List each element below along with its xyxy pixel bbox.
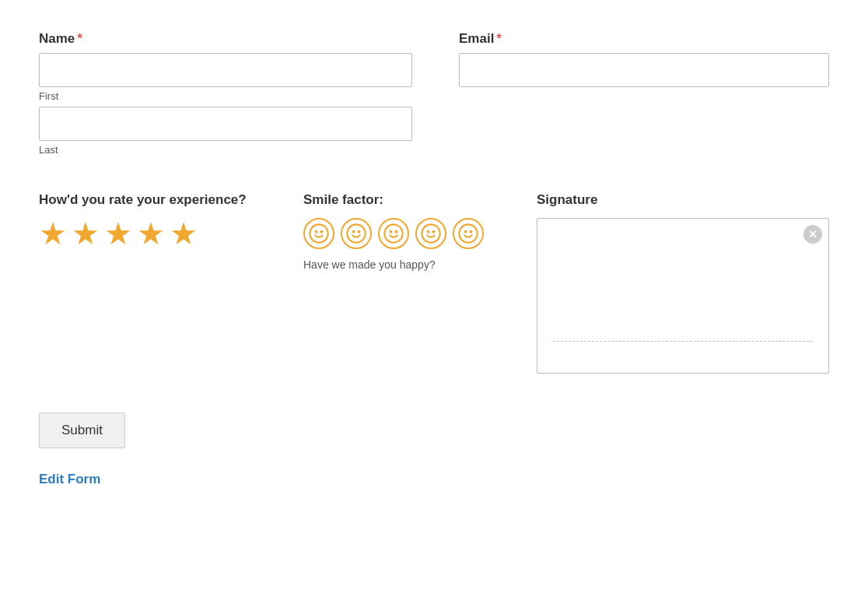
email-label: Email* [459, 31, 829, 47]
name-first-sublabel: First [39, 90, 412, 102]
signature-label: Signature [537, 191, 829, 209]
signature-group: Signature ✕ [537, 191, 829, 374]
star-5[interactable]: ★ [170, 218, 198, 249]
form-container: Name* First Last Email* How'd you rate y… [39, 31, 829, 487]
signature-clear-button[interactable]: ✕ [803, 225, 822, 244]
smile-label: Smile factor: [303, 191, 506, 209]
svg-point-4 [353, 231, 355, 233]
svg-point-0 [310, 224, 327, 242]
svg-point-7 [390, 231, 392, 233]
smile-group: Smile factor: [303, 191, 506, 271]
name-label: Name* [39, 31, 412, 47]
email-input[interactable] [459, 53, 829, 87]
smile-4[interactable] [415, 218, 446, 249]
star-2[interactable]: ★ [72, 218, 100, 249]
email-field-group: Email* [459, 31, 829, 160]
svg-point-2 [321, 231, 323, 233]
signature-box[interactable]: ✕ [537, 218, 829, 374]
svg-point-9 [422, 224, 439, 242]
name-last-input[interactable] [39, 107, 412, 141]
submit-button[interactable]: Submit [39, 413, 125, 448]
smiles-row [303, 218, 506, 249]
smile-caption: Have we made you happy? [303, 258, 506, 271]
signature-line [553, 341, 813, 342]
name-first-input[interactable] [39, 53, 412, 87]
name-field-group: Name* First Last [39, 31, 412, 160]
svg-point-6 [384, 224, 402, 242]
rating-label: How'd you rate your experience? [39, 191, 272, 209]
clear-icon: ✕ [808, 229, 817, 240]
smile-5[interactable] [453, 218, 484, 249]
email-required-star: * [496, 31, 502, 46]
svg-point-5 [359, 231, 360, 233]
name-required-star: * [77, 31, 82, 46]
stars-row[interactable]: ★ ★ ★ ★ ★ [39, 218, 272, 249]
middle-row: How'd you rate your experience? ★ ★ ★ ★ … [39, 191, 829, 374]
edit-form-link[interactable]: Edit Form [39, 472, 100, 486]
rating-group: How'd you rate your experience? ★ ★ ★ ★ … [39, 191, 272, 249]
star-3[interactable]: ★ [104, 218, 132, 249]
svg-point-14 [471, 231, 472, 233]
smile-3[interactable] [378, 218, 409, 249]
smile-2[interactable] [341, 218, 372, 249]
svg-point-10 [428, 231, 429, 233]
smile-1[interactable] [303, 218, 334, 249]
svg-point-12 [459, 224, 477, 242]
svg-point-13 [465, 231, 467, 233]
svg-point-3 [347, 224, 365, 242]
svg-point-1 [316, 231, 317, 233]
name-last-sublabel: Last [39, 144, 412, 156]
svg-point-8 [396, 231, 397, 233]
top-row: Name* First Last Email* [39, 31, 829, 160]
star-4[interactable]: ★ [137, 218, 165, 249]
star-1[interactable]: ★ [39, 218, 67, 249]
svg-point-11 [433, 231, 435, 233]
